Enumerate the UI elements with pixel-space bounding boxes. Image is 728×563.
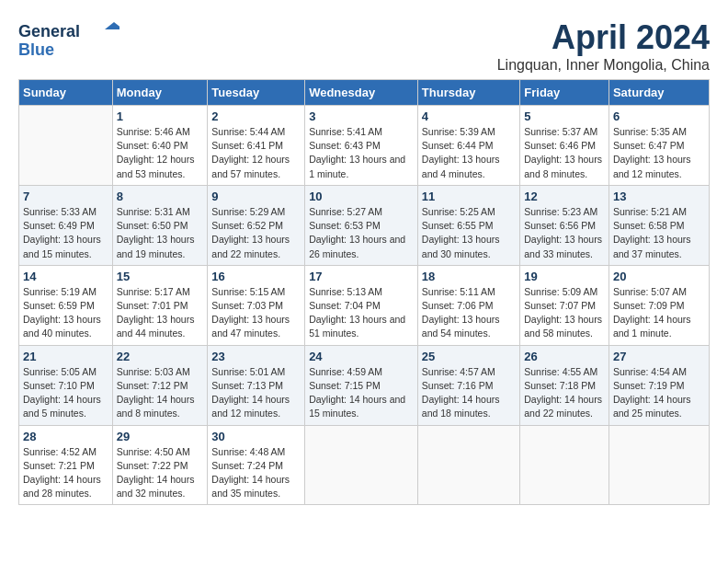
day-number: 22 <box>117 350 204 363</box>
day-number: 20 <box>613 270 705 283</box>
logo-svg: General Blue <box>18 18 119 59</box>
calendar-cell: 2Sunrise: 5:44 AM Sunset: 6:41 PM Daylig… <box>208 106 305 186</box>
calendar-cell <box>609 425 709 505</box>
day-number: 17 <box>309 270 414 283</box>
calendar-cell: 1Sunrise: 5:46 AM Sunset: 6:40 PM Daylig… <box>112 106 208 186</box>
day-number: 5 <box>524 109 605 123</box>
logo: General Blue <box>18 18 119 59</box>
calendar-cell: 4Sunrise: 5:39 AM Sunset: 6:44 PM Daylig… <box>417 106 519 186</box>
day-info: Sunrise: 5:07 AM Sunset: 7:09 PM Dayligh… <box>613 285 705 341</box>
calendar-cell: 25Sunrise: 4:57 AM Sunset: 7:16 PM Dayli… <box>417 345 519 425</box>
day-info: Sunrise: 5:41 AM Sunset: 6:43 PM Dayligh… <box>309 125 414 181</box>
day-info: Sunrise: 4:59 AM Sunset: 7:15 PM Dayligh… <box>309 365 414 421</box>
calendar-cell: 26Sunrise: 4:55 AM Sunset: 7:18 PM Dayli… <box>520 345 609 425</box>
day-info: Sunrise: 4:57 AM Sunset: 7:16 PM Dayligh… <box>422 365 516 421</box>
day-info: Sunrise: 4:48 AM Sunset: 7:24 PM Dayligh… <box>211 445 301 501</box>
day-number: 28 <box>23 430 108 443</box>
day-info: Sunrise: 5:37 AM Sunset: 6:46 PM Dayligh… <box>524 125 605 181</box>
svg-text:General: General <box>18 22 80 40</box>
day-number: 6 <box>613 109 705 123</box>
day-info: Sunrise: 5:33 AM Sunset: 6:49 PM Dayligh… <box>23 205 108 261</box>
day-info: Sunrise: 4:50 AM Sunset: 7:22 PM Dayligh… <box>117 445 204 501</box>
day-info: Sunrise: 5:27 AM Sunset: 6:53 PM Dayligh… <box>309 205 414 261</box>
calendar-cell: 3Sunrise: 5:41 AM Sunset: 6:43 PM Daylig… <box>305 106 418 186</box>
day-number: 14 <box>23 270 108 283</box>
day-number: 8 <box>117 190 204 203</box>
calendar-cell: 11Sunrise: 5:25 AM Sunset: 6:55 PM Dayli… <box>417 185 519 265</box>
calendar-cell: 5Sunrise: 5:37 AM Sunset: 6:46 PM Daylig… <box>520 106 609 186</box>
weekday-header-thursday: Thursday <box>417 80 519 106</box>
calendar-cell: 28Sunrise: 4:52 AM Sunset: 7:21 PM Dayli… <box>19 425 113 505</box>
weekday-header-tuesday: Tuesday <box>208 80 305 106</box>
weekday-header-saturday: Saturday <box>609 80 709 106</box>
calendar-cell: 29Sunrise: 4:50 AM Sunset: 7:22 PM Dayli… <box>112 425 208 505</box>
page-header: General Blue April 2024 Lingquan, Inner … <box>18 18 710 74</box>
day-info: Sunrise: 5:35 AM Sunset: 6:47 PM Dayligh… <box>613 125 705 181</box>
day-number: 10 <box>309 190 414 203</box>
calendar-cell: 19Sunrise: 5:09 AM Sunset: 7:07 PM Dayli… <box>520 265 609 345</box>
weekday-header-monday: Monday <box>112 80 208 106</box>
day-number: 18 <box>422 270 516 283</box>
day-number: 23 <box>211 350 301 363</box>
calendar-cell: 27Sunrise: 4:54 AM Sunset: 7:19 PM Dayli… <box>609 345 709 425</box>
day-number: 2 <box>211 109 301 123</box>
weekday-header-sunday: Sunday <box>19 80 113 106</box>
day-number: 26 <box>524 350 605 363</box>
month-title: April 2024 <box>497 18 710 57</box>
calendar-cell: 20Sunrise: 5:07 AM Sunset: 7:09 PM Dayli… <box>609 265 709 345</box>
calendar-cell: 24Sunrise: 4:59 AM Sunset: 7:15 PM Dayli… <box>305 345 418 425</box>
calendar-cell: 13Sunrise: 5:21 AM Sunset: 6:58 PM Dayli… <box>609 185 709 265</box>
week-row-2: 7Sunrise: 5:33 AM Sunset: 6:49 PM Daylig… <box>19 185 710 265</box>
week-row-5: 28Sunrise: 4:52 AM Sunset: 7:21 PM Dayli… <box>19 425 710 505</box>
day-info: Sunrise: 5:21 AM Sunset: 6:58 PM Dayligh… <box>613 205 705 261</box>
day-info: Sunrise: 5:03 AM Sunset: 7:12 PM Dayligh… <box>117 365 204 421</box>
calendar-cell <box>520 425 609 505</box>
day-info: Sunrise: 5:31 AM Sunset: 6:50 PM Dayligh… <box>117 205 204 261</box>
day-info: Sunrise: 5:11 AM Sunset: 7:06 PM Dayligh… <box>422 285 516 341</box>
location-subtitle: Lingquan, Inner Mongolia, China <box>497 57 710 74</box>
svg-marker-1 <box>105 22 119 29</box>
calendar-cell: 17Sunrise: 5:13 AM Sunset: 7:04 PM Dayli… <box>305 265 418 345</box>
title-block: April 2024 Lingquan, Inner Mongolia, Chi… <box>497 18 710 74</box>
day-info: Sunrise: 5:17 AM Sunset: 7:01 PM Dayligh… <box>117 285 204 341</box>
day-info: Sunrise: 5:01 AM Sunset: 7:13 PM Dayligh… <box>211 365 301 421</box>
day-number: 7 <box>23 190 108 203</box>
day-number: 9 <box>211 190 301 203</box>
day-number: 27 <box>613 350 705 363</box>
calendar-cell <box>417 425 519 505</box>
calendar-cell: 16Sunrise: 5:15 AM Sunset: 7:03 PM Dayli… <box>208 265 305 345</box>
calendar-cell: 22Sunrise: 5:03 AM Sunset: 7:12 PM Dayli… <box>112 345 208 425</box>
weekday-header-wednesday: Wednesday <box>305 80 418 106</box>
week-row-3: 14Sunrise: 5:19 AM Sunset: 6:59 PM Dayli… <box>19 265 710 345</box>
weekday-header-row: SundayMondayTuesdayWednesdayThursdayFrid… <box>19 80 710 106</box>
day-number: 19 <box>524 270 605 283</box>
day-number: 30 <box>211 430 301 443</box>
day-info: Sunrise: 5:05 AM Sunset: 7:10 PM Dayligh… <box>23 365 108 421</box>
day-info: Sunrise: 4:55 AM Sunset: 7:18 PM Dayligh… <box>524 365 605 421</box>
week-row-4: 21Sunrise: 5:05 AM Sunset: 7:10 PM Dayli… <box>19 345 710 425</box>
calendar-cell: 10Sunrise: 5:27 AM Sunset: 6:53 PM Dayli… <box>305 185 418 265</box>
day-number: 1 <box>117 109 204 123</box>
day-number: 11 <box>422 190 516 203</box>
calendar-cell: 15Sunrise: 5:17 AM Sunset: 7:01 PM Dayli… <box>112 265 208 345</box>
day-info: Sunrise: 5:19 AM Sunset: 6:59 PM Dayligh… <box>23 285 108 341</box>
calendar-cell: 7Sunrise: 5:33 AM Sunset: 6:49 PM Daylig… <box>19 185 113 265</box>
day-info: Sunrise: 5:09 AM Sunset: 7:07 PM Dayligh… <box>524 285 605 341</box>
day-info: Sunrise: 5:29 AM Sunset: 6:52 PM Dayligh… <box>211 205 301 261</box>
day-number: 15 <box>117 270 204 283</box>
calendar-cell <box>19 106 113 186</box>
calendar-cell: 8Sunrise: 5:31 AM Sunset: 6:50 PM Daylig… <box>112 185 208 265</box>
day-info: Sunrise: 5:44 AM Sunset: 6:41 PM Dayligh… <box>211 125 301 181</box>
day-number: 3 <box>309 109 414 123</box>
day-number: 29 <box>117 430 204 443</box>
calendar-cell <box>305 425 418 505</box>
day-info: Sunrise: 5:23 AM Sunset: 6:56 PM Dayligh… <box>524 205 605 261</box>
svg-text:Blue: Blue <box>18 40 54 59</box>
calendar-cell: 23Sunrise: 5:01 AM Sunset: 7:13 PM Dayli… <box>208 345 305 425</box>
day-number: 16 <box>211 270 301 283</box>
day-info: Sunrise: 5:25 AM Sunset: 6:55 PM Dayligh… <box>422 205 516 261</box>
day-number: 12 <box>524 190 605 203</box>
day-number: 25 <box>422 350 516 363</box>
week-row-1: 1Sunrise: 5:46 AM Sunset: 6:40 PM Daylig… <box>19 106 710 186</box>
day-number: 24 <box>309 350 414 363</box>
